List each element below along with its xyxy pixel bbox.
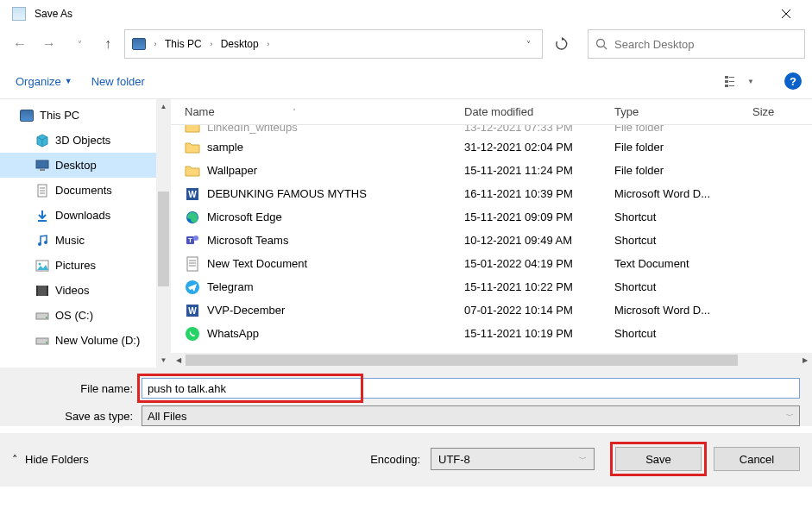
file-row[interactable]: TMicrosoft Teams10-12-2021 09:49 AMShort… [171,229,812,252]
sidebar-scrollbar[interactable]: ▲ ▼ [156,99,171,368]
hide-folders-button[interactable]: ˄ Hide Folders [12,453,89,466]
save-as-type-combo[interactable]: All Files ﹀ [142,405,800,426]
search-box[interactable] [588,29,805,59]
file-type: File folder [601,141,739,154]
nav-row: ← → ˅ ↑ › This PC › Desktop › ˅ [0,28,812,67]
encoding-label: Encoding: [370,453,420,466]
pc-icon [19,109,35,123]
footer: ˄ Hide Folders Encoding: UTF-8 ﹀ Save Ca… [0,433,812,487]
tree-label: OS (C:) [55,309,93,322]
scroll-down-icon[interactable]: ▼ [156,353,171,368]
scrollbar-thumb[interactable] [158,192,169,286]
music-icon [35,234,50,248]
tree-item-new-volume-d-[interactable]: New Volume (D:) [0,328,171,353]
organize-button[interactable]: Organize▼ [16,75,72,88]
tree-label: Desktop [55,159,97,172]
tree-item-videos[interactable]: Videos [0,278,171,303]
view-options-button[interactable]: ▼ [724,71,755,91]
tree-item-documents[interactable]: Documents [0,178,171,203]
search-input[interactable] [614,38,797,51]
file-list[interactable]: LinkedIn_writeups13-12-2021 07:33 PMFile… [171,125,812,353]
up-button[interactable]: ↑ [95,31,121,57]
file-row[interactable]: New Text Document15-01-2022 04:19 PMText… [171,252,812,275]
svg-rect-10 [36,160,48,168]
new-folder-button[interactable]: New folder [91,75,145,88]
help-button[interactable]: ? [784,72,802,90]
file-row[interactable]: Telegram15-11-2021 10:22 PMShortcut [171,275,812,298]
form-panel: File name: Save as type: All Files ﹀ [0,368,812,426]
save-button[interactable]: Save [615,447,702,471]
column-size[interactable]: Size [739,105,785,118]
file-name: Wallpaper [207,164,257,177]
file-row[interactable]: sample31-12-2021 02:04 PMFile folder [171,135,812,159]
whatsapp-icon [185,326,200,342]
pc-icon [132,38,146,50]
back-button[interactable]: ← [7,31,33,57]
file-row[interactable]: LinkedIn_writeups13-12-2021 07:33 PMFile… [171,125,812,135]
file-name-input[interactable] [142,378,800,399]
svg-rect-11 [40,169,45,171]
file-date: 07-01-2022 10:14 PM [450,304,601,317]
file-row[interactable]: Wallpaper15-11-2021 11:24 PMFile folder [171,159,812,182]
file-date: 15-11-2021 10:19 PM [450,327,601,340]
column-type[interactable]: Type [601,105,739,118]
tree-item-os-c-[interactable]: OS (C:) [0,303,171,328]
tree-item-downloads[interactable]: Downloads [0,203,171,228]
svg-line-3 [604,47,607,50]
window-title: Save As [31,8,766,20]
close-button[interactable] [766,1,805,27]
file-row[interactable]: WhatsApp15-11-2021 10:19 PMShortcut [171,322,812,345]
toolbar: Organize▼ New folder ▼ ? [0,67,812,98]
file-row[interactable]: WDEBUNKING FAMOUS MYTHS16-11-2021 10:39 … [171,182,812,205]
tree-item-pictures[interactable]: Pictures [0,253,171,278]
svg-point-32 [193,236,198,241]
scroll-left-icon[interactable]: ◀ [171,356,186,364]
scroll-right-icon[interactable]: ▶ [797,356,812,364]
tree-item-desktop[interactable]: Desktop [0,153,171,178]
file-row[interactable]: Microsoft Edge15-11-2021 09:09 PMShortcu… [171,205,812,229]
horizontal-scrollbar[interactable]: ◀ ▶ [171,353,812,368]
encoding-select[interactable]: UTF-8 ﹀ [431,448,595,470]
svg-rect-6 [725,80,728,83]
doc-icon [35,184,50,198]
breadcrumb-this-pc[interactable]: This PC [161,30,205,58]
tree-this-pc[interactable]: This PC [0,103,171,128]
pic-icon [35,259,50,273]
svg-point-18 [44,241,47,244]
chevron-down-icon: ﹀ [579,454,587,465]
desktop-icon [35,159,50,173]
svg-rect-22 [36,286,38,296]
tree-label: Downloads [55,209,110,222]
cancel-button[interactable]: Cancel [714,447,800,471]
tree-label: 3D Objects [55,134,110,147]
tree-item-3d-objects[interactable]: 3D Objects [0,128,171,153]
address-dropdown-button[interactable]: ˅ [518,40,538,49]
address-bar[interactable]: › This PC › Desktop › ˅ [124,29,543,59]
file-type: Shortcut [601,211,739,223]
column-date[interactable]: Date modified [450,105,601,118]
refresh-button[interactable] [546,31,577,57]
file-date: 15-01-2022 04:19 PM [450,257,601,270]
svg-point-41 [186,327,199,341]
recent-locations-button[interactable]: ˅ [66,31,91,57]
breadcrumb-sep-icon[interactable]: › [262,40,274,48]
down-icon [35,209,50,223]
breadcrumb-sep-icon[interactable]: › [205,40,217,48]
breadcrumb-sep-icon[interactable]: › [149,40,161,48]
save-as-type-label: Save as type: [12,410,142,423]
encoding-value: UTF-8 [438,453,470,466]
scroll-up-icon[interactable]: ▲ [156,99,171,114]
file-name: Telegram [207,280,253,293]
tree-item-music[interactable]: Music [0,228,171,253]
combo-value: All Files [148,410,187,423]
file-name: New Text Document [207,257,307,270]
forward-button[interactable]: → [36,31,62,57]
file-list-area: Name˄ Date modified Type Size LinkedIn_w… [171,99,812,368]
breadcrumb-desktop[interactable]: Desktop [217,30,262,58]
scrollbar-thumb[interactable] [186,355,738,366]
column-name[interactable]: Name˄ [171,105,450,118]
file-row[interactable]: WVVP-December07-01-2022 10:14 PMMicrosof… [171,298,812,322]
file-name: WhatsApp [207,327,259,340]
word-icon: W [185,303,200,318]
file-date: 31-12-2021 02:04 PM [450,141,601,154]
